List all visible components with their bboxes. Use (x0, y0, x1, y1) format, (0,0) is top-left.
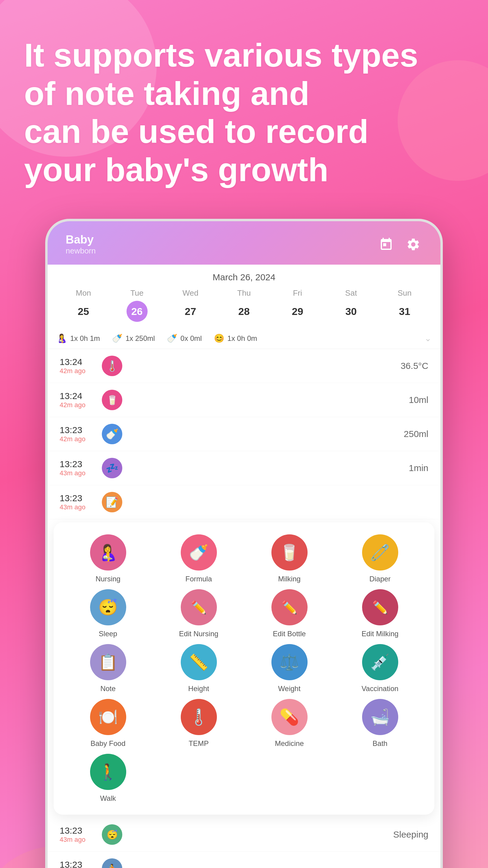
note-icon: 📝 (102, 492, 122, 513)
current-date-label: March 26, 2024 (57, 272, 431, 282)
date-navigation: March 26, 2024 Mon 25 Tue 26 Wed 27 Thu … (47, 265, 441, 328)
app-header: Baby newborn (47, 221, 441, 265)
menu-item-milking[interactable]: 🥛 Milking (247, 534, 332, 583)
day-wed[interactable]: Wed 27 (180, 288, 201, 322)
edit-bottle-circle: ✏️ (271, 589, 307, 625)
activity-menu: 🤱 Nursing 🍼 Formula 🥛 (54, 522, 434, 815)
vaccination-label: Vaccination (361, 684, 398, 693)
menu-item-edit-nursing[interactable]: ✏️ Edit Nursing (156, 589, 241, 638)
day-sun[interactable]: Sun 31 (394, 288, 415, 322)
sleep-icon: 💤 (102, 458, 122, 478)
sleep-icon: 😴 (98, 598, 118, 617)
table-row: 13:23 43m ago 💤 1min (47, 451, 441, 485)
height-icon: 📏 (189, 653, 208, 672)
menu-item-edit-bottle[interactable]: ✏️ Edit Bottle (247, 589, 332, 638)
day-mon[interactable]: Mon 25 (73, 288, 94, 322)
menu-item-bath[interactable]: 🛁 Bath (338, 699, 422, 748)
walk-entry-icon: 🏃 (102, 858, 122, 868)
menu-item-formula[interactable]: 🍼 Formula (156, 534, 241, 583)
weight-icon: ⚖️ (280, 653, 299, 672)
table-row: 13:23 43m ago 🏃 (47, 852, 441, 868)
hero-title: It supports various types of note taking… (24, 36, 464, 189)
menu-item-baby-food[interactable]: 🍽️ Baby Food (66, 699, 150, 748)
table-row: 13:24 42m ago 🌡️ 36.5°C (47, 349, 441, 383)
menu-item-sleep[interactable]: 😴 Sleep (66, 589, 150, 638)
settings-icon[interactable] (404, 236, 422, 253)
edit-milking-icon: ✏️ (372, 600, 388, 615)
day-fri[interactable]: Fri 29 (287, 288, 308, 322)
vaccination-icon: 💉 (370, 653, 390, 672)
edit-nursing-icon: ✏️ (191, 600, 207, 615)
menu-grid: 🤱 Nursing 🍼 Formula 🥛 (66, 534, 422, 803)
height-circle: 📏 (181, 644, 217, 680)
baby-food-icon: 🍽️ (98, 708, 118, 726)
day-sat[interactable]: Sat 30 (340, 288, 361, 322)
menu-item-nursing[interactable]: 🤱 Nursing (66, 534, 150, 583)
nursing-label: Nursing (96, 575, 121, 583)
nursing-circle: 🤱 (90, 534, 126, 570)
formula-label: Formula (185, 575, 212, 583)
milking-label: Milking (278, 575, 301, 583)
diaper-icon: 🧷 (370, 544, 390, 562)
sleep-circle: 😴 (90, 589, 126, 625)
table-row: 13:23 42m ago 🍼 250ml (47, 417, 441, 451)
menu-item-diaper[interactable]: 🧷 Diaper (338, 534, 422, 583)
walk-icon: 🚶 (98, 763, 118, 781)
day-tue[interactable]: Tue 26 (127, 288, 148, 322)
baby-food-label: Baby Food (90, 739, 125, 748)
diaper-summary-text: 1x 0h 0m (227, 334, 257, 343)
formula-summary-icon: 🍼 (112, 333, 123, 343)
diaper-circle: 🧷 (362, 534, 398, 570)
menu-item-walk[interactable]: 🚶 Walk (66, 754, 150, 803)
summary-bar: 🤱 1x 0h 1m 🍼 1x 250ml 🍼 0x 0ml 😊 1x 0h 0… (47, 328, 441, 349)
height-label: Height (188, 684, 209, 693)
menu-item-weight[interactable]: ⚖️ Weight (247, 644, 332, 693)
summary-diaper: 😊 1x 0h 0m (214, 333, 257, 343)
milking-summary-icon: 🍼 (167, 333, 177, 343)
calendar-icon[interactable] (377, 236, 395, 253)
nursing-summary-icon: 🤱 (57, 333, 67, 343)
edit-nursing-label: Edit Nursing (179, 629, 218, 638)
timeline: 13:24 42m ago 🌡️ 36.5°C 13:24 42m ago 🥛 … (47, 349, 441, 868)
baby-name: Baby (66, 233, 96, 246)
menu-item-height[interactable]: 📏 Height (156, 644, 241, 693)
note-label: Note (100, 684, 116, 693)
milking-icon: 🥛 (280, 544, 299, 562)
medicine-label: Medicine (275, 739, 304, 748)
walk-label: Walk (100, 794, 116, 803)
menu-item-vaccination[interactable]: 💉 Vaccination (338, 644, 422, 693)
weight-circle: ⚖️ (271, 644, 307, 680)
baby-sub: newborn (66, 246, 96, 255)
menu-item-edit-milking[interactable]: ✏️ Edit Milking (338, 589, 422, 638)
summary-nursing: 🤱 1x 0h 1m (57, 333, 100, 343)
formula-circle: 🍼 (181, 534, 217, 570)
baby-food-circle: 🍽️ (90, 699, 126, 735)
sleeping-icon: 😴 (102, 824, 122, 845)
summary-formula: 🍼 1x 250ml (112, 333, 155, 343)
bath-label: Bath (372, 739, 387, 748)
hero-section: It supports various types of note taking… (0, 0, 488, 207)
table-row: 13:24 42m ago 🥛 10ml (47, 383, 441, 417)
chevron-down-icon[interactable]: ⌄ (424, 333, 431, 343)
days-row: Mon 25 Tue 26 Wed 27 Thu 28 Fri 29 (57, 288, 431, 328)
edit-bottle-label: Edit Bottle (273, 629, 306, 638)
summary-milking: 🍼 0x 0ml (167, 333, 202, 343)
edit-bottle-icon: ✏️ (282, 600, 297, 615)
bath-circle: 🛁 (362, 699, 398, 735)
nursing-icon: 🤱 (98, 544, 118, 562)
menu-item-note[interactable]: 📋 Note (66, 644, 150, 693)
menu-item-medicine[interactable]: 💊 Medicine (247, 699, 332, 748)
milking-summary-text: 0x 0ml (181, 334, 202, 343)
vaccination-circle: 💉 (362, 644, 398, 680)
edit-milking-label: Edit Milking (361, 629, 398, 638)
milking-icon: 🥛 (102, 390, 122, 410)
table-row: 13:23 43m ago 😴 Sleeping (47, 818, 441, 852)
edit-milking-circle: ✏️ (362, 589, 398, 625)
nursing-summary-text: 1x 0h 1m (70, 334, 100, 343)
day-thu[interactable]: Thu 28 (233, 288, 255, 322)
temp-icon: 🌡️ (189, 708, 208, 726)
bath-icon: 🛁 (370, 708, 390, 726)
menu-item-temp[interactable]: 🌡️ TEMP (156, 699, 241, 748)
medicine-icon: 💊 (280, 708, 299, 726)
formula-summary-text: 1x 250ml (126, 334, 155, 343)
